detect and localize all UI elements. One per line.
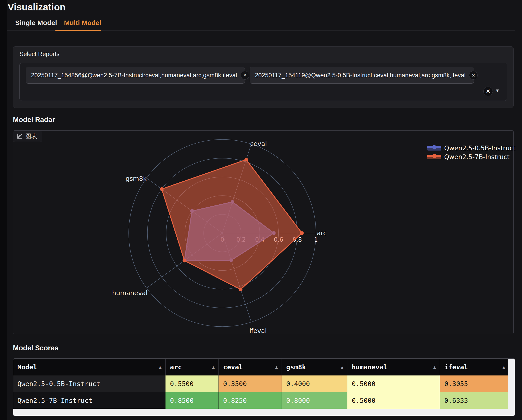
column-header-label: gsm8k [286, 363, 306, 371]
sort-arrow-icon: ▲ [502, 364, 505, 370]
scores-table: Model▲arc▲ceval▲gsm8k▲humaneval▲ifeval▲ … [13, 359, 509, 409]
radar-axis-label-ifeval: ifeval [249, 327, 267, 334]
sort-arrow-icon: ▲ [212, 364, 215, 370]
score-cell: 0.5000 [347, 375, 440, 392]
column-header-label: humaneval [352, 363, 387, 371]
page-title: Visualization [8, 2, 66, 13]
radar-data-point [300, 231, 304, 235]
table-row: Qwen2.5-7B-Instruct0.85000.82500.80000.5… [13, 392, 509, 409]
legend-item[interactable]: Qwen2.5-0.5B-Instruct [427, 144, 516, 153]
app-root: Visualization Single ModelMulti Model Se… [7, 0, 522, 420]
report-chip[interactable]: 20250117_154856@Qwen2.5-7B-Instruct:ceva… [26, 67, 245, 84]
dropdown-caret-icon[interactable]: ▼ [495, 88, 500, 93]
radar-axis-label-gsm8k: gsm8k [125, 175, 147, 182]
scores-section-title: Model Scores [13, 344, 59, 352]
table-vertical-scrollbar[interactable] [508, 359, 515, 416]
remove-chip-button[interactable]: ✕ [241, 71, 249, 80]
legend-label: Qwen2.5-0.5B-Instruct [444, 144, 516, 152]
model-name-cell: Qwen2.5-7B-Instruct [13, 392, 165, 409]
score-cell: 0.5000 [347, 392, 440, 409]
chart-tab-label: 图表 [25, 132, 37, 140]
sort-arrow-icon: ▲ [275, 364, 278, 370]
radar-section-title: Model Radar [13, 116, 55, 124]
chart-legend: Qwen2.5-0.5B-InstructQwen2.5-7B-Instruct [427, 144, 516, 161]
clear-all-icon: ✕ [486, 88, 490, 95]
column-header-ceval[interactable]: ceval▲ [218, 359, 282, 375]
chart-type-tab[interactable]: 图表 [13, 130, 42, 142]
column-header-label: arc [170, 363, 182, 371]
model-name-cell: Qwen2.5-0.5B-Instruct [13, 375, 165, 392]
column-header-label: ceval [223, 363, 243, 371]
score-cell: 0.8250 [218, 392, 282, 409]
legend-dot [432, 154, 437, 158]
column-header-humaneval[interactable]: humaneval▲ [347, 359, 440, 375]
legend-item[interactable]: Qwen2.5-7B-Instruct [427, 153, 516, 161]
radar-axis-label-arc: arc [317, 229, 327, 237]
radar-axis-label-ceval: ceval [250, 140, 267, 148]
model-scores-table: Model▲arc▲ceval▲gsm8k▲humaneval▲ifeval▲ … [13, 358, 515, 416]
column-header-ifeval[interactable]: ifeval▲ [440, 359, 509, 375]
column-header-label: Model [17, 363, 37, 371]
score-cell: 0.3055 [440, 375, 509, 392]
report-chip[interactable]: 20250117_154119@Qwen2.5-0.5B-Instruct:ce… [250, 67, 474, 84]
reports-multiselect-input[interactable]: 20250117_154856@Qwen2.5-7B-Instruct:ceva… [19, 63, 507, 101]
legend-label: Qwen2.5-7B-Instruct [444, 153, 510, 161]
report-chip-label: 20250117_154119@Qwen2.5-0.5B-Instruct:ce… [250, 72, 465, 79]
sort-arrow-icon: ▲ [433, 364, 436, 370]
column-header-label: ifeval [445, 363, 468, 371]
radar-data-point [160, 187, 163, 191]
radar-axis-label-humaneval: humaneval [112, 289, 147, 297]
radar-data-point [239, 287, 242, 291]
clear-all-button[interactable]: ✕ [483, 87, 493, 96]
legend-line-marker [427, 155, 441, 159]
score-cell: 0.6333 [440, 392, 509, 409]
legend-line-marker [427, 146, 441, 150]
select-reports-panel: Select Reports 20250117_154856@Qwen2.5-7… [13, 46, 514, 108]
sort-arrow-icon: ▲ [159, 364, 161, 370]
table-horizontal-scrollbar[interactable] [13, 409, 508, 416]
radar-data-point [245, 158, 248, 161]
score-cell: 0.8500 [165, 392, 218, 409]
column-header-Model[interactable]: Model▲ [13, 359, 165, 375]
table-row: Qwen2.5-0.5B-Instruct0.55000.35000.40000… [13, 375, 509, 392]
remove-chip-button[interactable]: ✕ [469, 71, 478, 80]
tab-multi-model[interactable]: Multi Model [64, 19, 101, 27]
scatter-chart-icon [17, 133, 23, 139]
radar-data-point [183, 259, 186, 262]
score-cell: 0.4000 [282, 375, 347, 392]
radar-series-Qwen2.5-7B-Instruct [162, 160, 302, 289]
column-header-arc[interactable]: arc▲ [165, 359, 218, 375]
score-cell: 0.5500 [165, 375, 218, 392]
radar-tick-label: 1 [314, 236, 318, 243]
active-tab-underline [55, 30, 101, 31]
table-header-row: Model▲arc▲ceval▲gsm8k▲humaneval▲ifeval▲ [13, 359, 509, 375]
legend-dot [432, 145, 437, 150]
sort-arrow-icon: ▲ [341, 364, 343, 370]
select-reports-label: Select Reports [19, 51, 60, 58]
score-cell: 0.8000 [282, 392, 347, 409]
radar-chart-panel: 图表 00.20.40.60.81arccevalgsm8khumanevali… [13, 130, 514, 334]
column-header-gsm8k[interactable]: gsm8k▲ [282, 359, 347, 375]
tab-single-model[interactable]: Single Model [15, 19, 57, 27]
report-chip-label: 20250117_154856@Qwen2.5-7B-Instruct:ceva… [26, 72, 237, 79]
score-cell: 0.3500 [218, 375, 282, 392]
